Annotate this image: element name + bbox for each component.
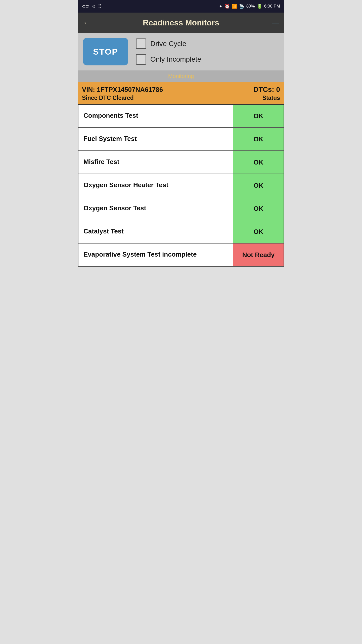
battery-text: 80% bbox=[246, 4, 255, 9]
table-row: Oxygen Sensor Heater Test OK bbox=[78, 174, 284, 197]
test-name-catalyst: Catalyst Test bbox=[78, 220, 233, 243]
battery-icon: 🔋 bbox=[257, 4, 262, 9]
vin-dtc-row: VIN: 1FTPX14507NA61786 DTCs: 0 bbox=[82, 86, 280, 94]
time-display: 6:00 PM bbox=[264, 4, 280, 9]
test-name-components: Components Test bbox=[78, 105, 233, 127]
wifi-icon: 📶 bbox=[232, 4, 237, 9]
monitoring-label: Monitoring bbox=[168, 73, 194, 79]
drive-cycle-checkbox[interactable] bbox=[136, 38, 146, 49]
signal-icon: 📡 bbox=[239, 4, 244, 9]
status-column-header: Status bbox=[262, 95, 280, 101]
table-row: Misfire Test OK bbox=[78, 151, 284, 174]
status-bar-left-icons: ⊂⊃ ☺ ⠿ bbox=[82, 4, 101, 9]
test-name-o2-sensor: Oxygen Sensor Test bbox=[78, 197, 233, 220]
table-row: Catalyst Test OK bbox=[78, 220, 284, 244]
test-status-o2-heater: OK bbox=[233, 174, 284, 197]
table-row: Oxygen Sensor Test OK bbox=[78, 197, 284, 220]
drive-cycle-label: Drive Cycle bbox=[150, 40, 186, 48]
only-incomplete-label: Only Incomplete bbox=[150, 55, 201, 63]
tests-container: Components Test OK Fuel System Test OK M… bbox=[78, 105, 284, 267]
since-status-row: Since DTC Cleared Status bbox=[82, 95, 280, 101]
test-status-o2-sensor: OK bbox=[233, 197, 284, 220]
vin-text: VIN: 1FTPX14507NA61786 bbox=[82, 86, 163, 94]
vin-header: VIN: 1FTPX14507NA61786 DTCs: 0 Since DTC… bbox=[78, 82, 284, 105]
drive-cycle-checkbox-item[interactable]: Drive Cycle bbox=[136, 38, 201, 49]
table-row: Evaporative System Test incomplete Not R… bbox=[78, 244, 284, 267]
test-status-components: OK bbox=[233, 105, 284, 127]
dtc-count: DTCs: 0 bbox=[253, 86, 280, 94]
test-status-evaporative: Not Ready bbox=[233, 244, 284, 266]
bluetooth-icon: ✦ bbox=[219, 4, 222, 9]
test-name-evaporative: Evaporative System Test incomplete bbox=[78, 244, 233, 266]
test-name-fuel: Fuel System Test bbox=[78, 128, 233, 150]
voicemail-icon: ⊂⊃ bbox=[82, 4, 89, 9]
accessibility-icon: ☺ bbox=[92, 4, 96, 9]
checkboxes-group: Drive Cycle Only Incomplete bbox=[136, 38, 201, 65]
test-status-fuel: OK bbox=[233, 128, 284, 150]
apps-icon: ⠿ bbox=[98, 4, 101, 9]
page-title: Readiness Monitors bbox=[90, 18, 272, 27]
menu-button[interactable]: — bbox=[272, 19, 279, 27]
stop-button[interactable]: STOP bbox=[83, 38, 128, 65]
controls-area: STOP Drive Cycle Only Incomplete bbox=[78, 33, 284, 70]
only-incomplete-checkbox-item[interactable]: Only Incomplete bbox=[136, 54, 201, 65]
test-status-catalyst: OK bbox=[233, 220, 284, 243]
app-header: ← Readiness Monitors — bbox=[78, 13, 284, 33]
since-label: Since DTC Cleared bbox=[82, 95, 134, 101]
status-bar: ⊂⊃ ☺ ⠿ ✦ ⏰ 📶 📡 80% 🔋 6:00 PM bbox=[78, 0, 284, 13]
alarm-icon: ⏰ bbox=[224, 4, 230, 9]
status-bar-right-icons: ✦ ⏰ 📶 📡 80% 🔋 6:00 PM bbox=[219, 4, 280, 9]
monitoring-bar: Monitoring bbox=[78, 70, 284, 82]
test-name-o2-heater: Oxygen Sensor Heater Test bbox=[78, 174, 233, 197]
back-button[interactable]: ← bbox=[83, 19, 90, 27]
only-incomplete-checkbox[interactable] bbox=[136, 54, 146, 65]
table-row: Fuel System Test OK bbox=[78, 128, 284, 151]
table-row: Components Test OK bbox=[78, 105, 284, 128]
test-name-misfire: Misfire Test bbox=[78, 151, 233, 174]
test-status-misfire: OK bbox=[233, 151, 284, 174]
